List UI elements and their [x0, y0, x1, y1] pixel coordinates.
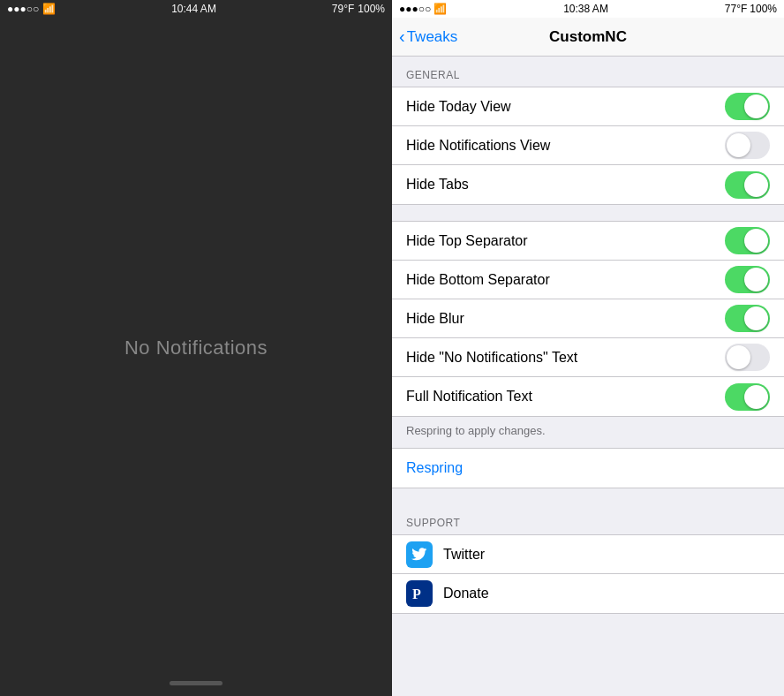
left-battery: 100%: [358, 3, 385, 15]
table-row: Hide Today View: [392, 87, 784, 126]
paypal-icon: P: [406, 580, 433, 607]
hide-blur-toggle[interactable]: [725, 305, 770, 332]
twitter-row[interactable]: Twitter: [392, 535, 784, 574]
left-panel: ●●●○○ 📶 10:44 AM 79°F 100% No Notificati…: [0, 0, 392, 696]
separator-settings-group: Hide Top Separator Hide Bottom Separator…: [392, 221, 784, 417]
right-status-left: ●●●○○ 📶: [399, 3, 447, 15]
hide-tabs-toggle[interactable]: [725, 171, 770, 199]
toggle-knob: [727, 133, 750, 157]
table-row: Hide Tabs: [392, 165, 784, 204]
back-chevron-icon: ‹: [399, 27, 405, 45]
left-signal: ●●●○○: [7, 3, 39, 15]
spacer: [392, 205, 784, 221]
left-wifi-icon: 📶: [42, 3, 56, 15]
right-temp: 77°F: [725, 3, 747, 15]
back-button[interactable]: ‹ Tweaks: [399, 28, 457, 46]
hide-tabs-label: Hide Tabs: [406, 177, 469, 193]
hide-no-notifications-toggle[interactable]: [725, 344, 770, 371]
hide-no-notifications-label: Hide "No Notifications" Text: [406, 350, 577, 366]
toggle-knob: [744, 385, 768, 409]
right-signal: ●●●○○: [399, 3, 431, 15]
footer-text: Respring to apply changes.: [392, 417, 784, 448]
hide-today-view-toggle[interactable]: [725, 93, 770, 120]
svg-text:P: P: [412, 586, 421, 601]
right-status-right: 77°F 100%: [725, 3, 777, 15]
back-label: Tweaks: [407, 28, 458, 46]
toggle-knob: [744, 229, 768, 253]
hide-top-separator-toggle[interactable]: [725, 227, 770, 254]
toggle-knob: [744, 173, 768, 197]
left-status-bar: ●●●○○ 📶 10:44 AM 79°F 100%: [0, 0, 392, 18]
table-row: Hide Top Separator: [392, 222, 784, 261]
nav-title: CustomNC: [549, 28, 627, 46]
left-status-right: 79°F 100%: [332, 3, 385, 15]
respring-group: Respring: [392, 448, 784, 488]
hide-bottom-separator-toggle[interactable]: [725, 266, 770, 293]
toggle-knob: [744, 95, 768, 118]
support-settings-group: Twitter P Donate: [392, 534, 784, 614]
twitter-label: Twitter: [443, 547, 485, 563]
respring-button[interactable]: Respring: [406, 460, 463, 476]
twitter-icon: [406, 541, 433, 568]
right-battery: 100%: [750, 3, 777, 15]
settings-scroll[interactable]: GENERAL Hide Today View Hide Notificatio…: [392, 57, 784, 696]
hide-notifications-view-toggle[interactable]: [725, 132, 770, 159]
no-notifications-text: No Notifications: [124, 337, 268, 359]
left-status-left: ●●●○○ 📶: [7, 3, 56, 15]
hide-blur-label: Hide Blur: [406, 311, 464, 327]
nav-bar: ‹ Tweaks CustomNC: [392, 18, 784, 57]
left-temp: 79°F: [332, 3, 354, 15]
right-wifi-icon: 📶: [433, 3, 447, 15]
respring-row[interactable]: Respring: [392, 449, 784, 488]
donate-row[interactable]: P Donate: [392, 574, 784, 613]
full-notification-text-label: Full Notification Text: [406, 389, 532, 405]
support-section-header: SUPPORT: [392, 504, 784, 534]
hide-top-separator-label: Hide Top Separator: [406, 233, 528, 249]
full-notification-text-toggle[interactable]: [725, 383, 770, 411]
table-row: Full Notification Text: [392, 377, 784, 416]
right-status-bar: ●●●○○ 📶 10:38 AM 77°F 100%: [392, 0, 784, 18]
general-section-header: GENERAL: [392, 57, 784, 87]
general-settings-group: Hide Today View Hide Notifications View …: [392, 87, 784, 205]
table-row: Hide "No Notifications" Text: [392, 338, 784, 377]
support-section: SUPPORT Twitter P Don: [392, 504, 784, 614]
toggle-knob: [744, 306, 768, 330]
table-row: Hide Blur: [392, 299, 784, 338]
donate-label: Donate: [443, 586, 489, 601]
home-indicator: [170, 681, 222, 685]
hide-today-view-label: Hide Today View: [406, 99, 511, 115]
table-row: Hide Bottom Separator: [392, 261, 784, 299]
toggle-knob: [727, 345, 750, 369]
hide-bottom-separator-label: Hide Bottom Separator: [406, 272, 550, 288]
left-time: 10:44 AM: [171, 3, 216, 15]
hide-notifications-view-label: Hide Notifications View: [406, 138, 550, 154]
table-row: Hide Notifications View: [392, 126, 784, 165]
right-time: 10:38 AM: [563, 3, 608, 15]
right-panel: ●●●○○ 📶 10:38 AM 77°F 100% ‹ Tweaks Cust…: [392, 0, 784, 696]
toggle-knob: [744, 268, 768, 291]
